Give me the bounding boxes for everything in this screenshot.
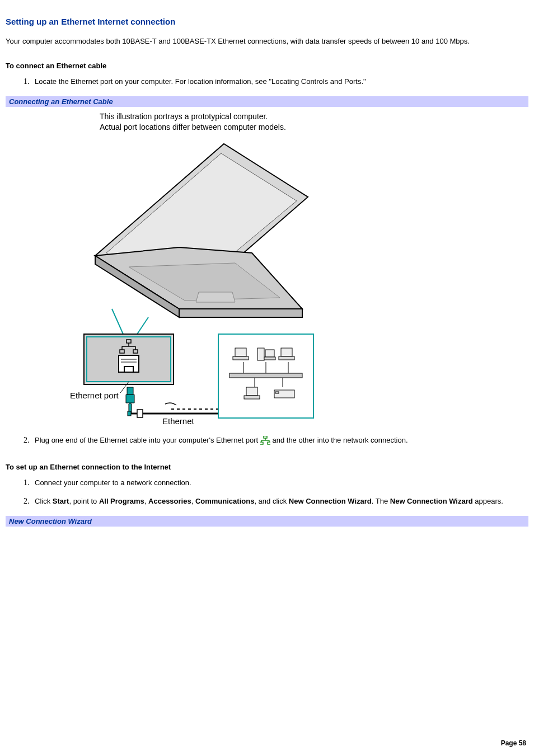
svg-rect-25 — [128, 411, 131, 416]
label-ethernet-port: Ethernet port — [70, 391, 119, 400]
figure-caption-connecting-cable: Connecting an Ethernet Cable — [6, 96, 528, 107]
svg-rect-45 — [274, 390, 294, 398]
list-item: Locate the Ethernet port on your compute… — [31, 77, 528, 87]
svg-rect-30 — [229, 373, 302, 378]
svg-marker-27 — [137, 410, 143, 417]
svg-rect-41 — [281, 348, 292, 356]
text-fragment: , — [191, 497, 195, 505]
svg-rect-12 — [124, 367, 133, 372]
svg-line-8 — [137, 317, 148, 334]
intro-paragraph: Your computer accommodates both 10BASE-T… — [6, 36, 528, 47]
text-fragment: Plug one end of the Ethernet cable into … — [35, 436, 260, 444]
step-text: Locate the Ethernet port on your compute… — [35, 77, 366, 86]
svg-rect-36 — [235, 348, 246, 356]
svg-rect-39 — [265, 350, 274, 357]
svg-rect-46 — [275, 392, 279, 393]
step-text: Connect your computer to a network conne… — [35, 478, 191, 487]
text-fragment: , point to — [69, 497, 99, 505]
text-fragment: . The — [372, 497, 390, 505]
svg-rect-53 — [268, 442, 270, 444]
svg-marker-3 — [179, 309, 302, 317]
steps-setup-internet: Connect your computer to a network conne… — [6, 478, 528, 507]
steps-connect-cable-continued: Plug one end of the Ethernet cable into … — [6, 435, 528, 448]
subsection-heading-connect-cable: To connect an Ethernet cable — [6, 62, 528, 70]
figure-note-line: Actual port locations differ between com… — [100, 123, 286, 132]
svg-rect-40 — [264, 357, 275, 360]
svg-rect-37 — [233, 356, 249, 360]
svg-rect-47 — [264, 436, 267, 438]
document-page: Setting up an Ethernet Internet connecti… — [0, 0, 534, 756]
figure-caption-new-connection-wizard: New Connection Wizard — [6, 516, 528, 527]
step-text: Plug one end of the Ethernet cable into … — [35, 436, 408, 444]
text-fragment: and the other into the network connectio… — [272, 436, 407, 444]
svg-rect-52 — [260, 442, 263, 444]
steps-connect-cable: Locate the Ethernet port on your compute… — [6, 77, 528, 87]
bold-text: Communications — [195, 497, 254, 505]
page-number: Page 58 — [501, 739, 526, 747]
subsection-heading-setup-internet: To set up an Ethernet connection to the … — [6, 463, 528, 471]
text-fragment: , — [144, 497, 148, 505]
text-fragment: , and click — [254, 497, 288, 505]
list-item: Plug one end of the Ethernet cable into … — [31, 435, 528, 448]
bold-text: New Connection Wizard — [390, 497, 473, 505]
svg-rect-38 — [257, 348, 264, 360]
list-item: Connect your computer to a network conne… — [31, 478, 528, 489]
figure-note: This illustration portrays a prototypica… — [100, 111, 528, 133]
bold-text: All Programs — [99, 497, 144, 505]
svg-rect-44 — [244, 396, 260, 399]
step-text: Click Start, point to All Programs, Acce… — [35, 497, 503, 505]
text-fragment: appears. — [473, 497, 503, 505]
illustration-laptop-ethernet: Ethernet port Ethernet cable — [50, 135, 319, 426]
bold-text: Start — [53, 497, 69, 505]
label-ethernet-cable-1: Ethernet — [162, 416, 195, 426]
figure-note-line: This illustration portrays a prototypica… — [100, 112, 268, 121]
svg-line-7 — [112, 309, 123, 334]
bold-text: Accessories — [148, 497, 191, 505]
ethernet-port-icon — [260, 436, 270, 448]
text-fragment: Click — [35, 497, 53, 505]
bold-text: New Connection Wizard — [289, 497, 372, 505]
svg-marker-6 — [196, 292, 235, 302]
svg-marker-24 — [127, 387, 133, 395]
section-title: Setting up an Ethernet Internet connecti… — [6, 17, 528, 26]
svg-rect-43 — [246, 387, 257, 396]
list-item: Click Start, point to All Programs, Acce… — [31, 496, 528, 507]
svg-rect-42 — [279, 356, 294, 360]
figure-connecting-ethernet-cable: This illustration portrays a prototypica… — [6, 111, 528, 427]
svg-marker-23 — [126, 395, 134, 403]
